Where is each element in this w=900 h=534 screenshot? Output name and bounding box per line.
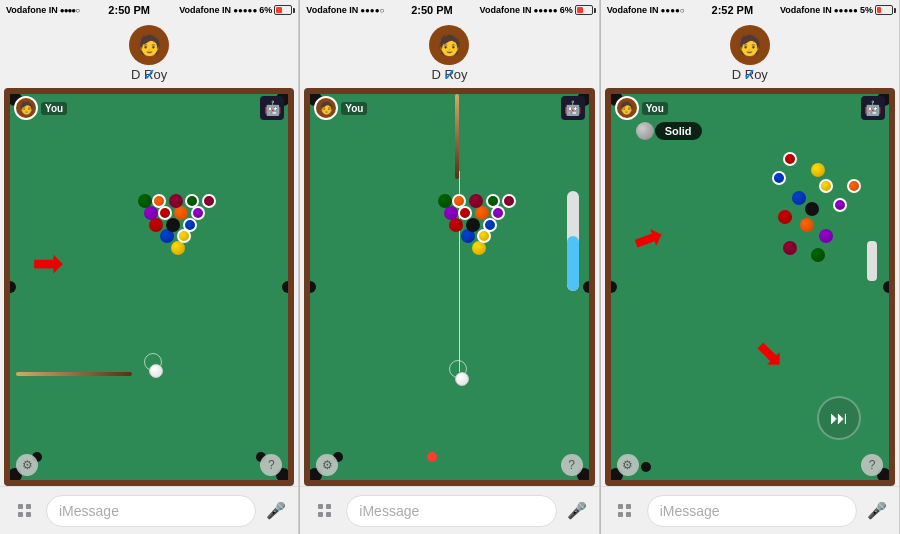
status-center-3: 2:52 PM xyxy=(712,4,754,16)
avatar-3[interactable]: 🧑 xyxy=(730,25,770,65)
mic-btn-2[interactable]: 🎤 xyxy=(563,497,591,525)
ball-9-s3 xyxy=(819,179,833,193)
signal2-1: ●●●●● xyxy=(233,6,257,15)
game-area-3[interactable]: 🧑 You 🤖 Solid xyxy=(605,88,895,486)
status-left-2: Vodafone IN ●●●●○ xyxy=(306,5,384,15)
apps-dot-10 xyxy=(626,504,631,509)
cue-stick-v-2 xyxy=(455,94,459,179)
ball-5-s3 xyxy=(800,218,814,232)
question-btn-2[interactable]: ? xyxy=(561,454,583,476)
mic-btn-1[interactable]: 🎤 xyxy=(262,497,290,525)
ball-1-s3 xyxy=(811,163,825,177)
apps-grid-3 xyxy=(618,504,631,517)
pool-table-3: 🧑 You 🤖 Solid xyxy=(611,94,889,480)
battery-icon-2 xyxy=(575,5,593,15)
ball-11-s2 xyxy=(458,206,472,220)
player-you-1: 🧑 You xyxy=(14,96,67,120)
game-area-1[interactable]: 🧑 You 🤖 xyxy=(4,88,294,486)
time-3: 2:52 PM xyxy=(712,4,754,16)
right-indicator-3 xyxy=(867,241,877,281)
battery-3: 5% xyxy=(860,5,873,15)
player-avatar-you-2: 🧑 xyxy=(314,96,338,120)
message-input-3[interactable]: iMessage xyxy=(647,495,857,527)
game-controls-3: ⚙ ? xyxy=(611,454,889,476)
status-bar-3: Vodafone IN ●●●●○ 2:52 PM Vodafone IN ●●… xyxy=(601,0,899,20)
apps-dot-6 xyxy=(326,504,331,509)
apps-btn-1[interactable] xyxy=(8,495,40,527)
apps-dot-9 xyxy=(618,504,623,509)
chevron-1[interactable]: ✓ xyxy=(143,65,156,84)
ball-3-s3 xyxy=(778,210,792,224)
ball-14-s2 xyxy=(486,194,500,208)
power-fill-2 xyxy=(567,236,579,291)
carrier-1: Vodafone IN xyxy=(6,5,58,15)
screen-3: Vodafone IN ●●●●○ 2:52 PM Vodafone IN ●●… xyxy=(601,0,900,534)
time-2: 2:50 PM xyxy=(411,4,453,16)
carrier-3: Vodafone IN xyxy=(607,5,659,15)
apps-btn-2[interactable] xyxy=(308,495,340,527)
apps-dot-3 xyxy=(18,512,23,517)
game-area-2[interactable]: 🧑 You 🤖 xyxy=(304,88,594,486)
status-right-1: Vodafone IN ●●●●● 6% xyxy=(179,5,292,15)
avatar-1[interactable]: 🧑 xyxy=(129,25,169,65)
bottom-bar-2: iMessage 🎤 xyxy=(300,486,598,534)
imessage-placeholder-1: iMessage xyxy=(59,503,119,519)
red-arrow-3b: ➡ xyxy=(745,329,796,380)
battery-icon-3 xyxy=(875,5,893,15)
bottom-bar-3: iMessage 🎤 xyxy=(601,486,899,534)
apps-grid-2 xyxy=(318,504,331,517)
power-bar-2 xyxy=(567,191,579,291)
imessage-placeholder-3: iMessage xyxy=(660,503,720,519)
status-bar-1: Vodafone IN ●●●●○ 2:50 PM Vodafone IN ●●… xyxy=(0,0,298,20)
pocket-ml-2 xyxy=(304,281,316,293)
message-input-1[interactable]: iMessage xyxy=(46,495,256,527)
bottom-bar-1: iMessage 🎤 xyxy=(0,486,298,534)
gear-btn-3[interactable]: ⚙ xyxy=(617,454,639,476)
question-btn-3[interactable]: ? xyxy=(861,454,883,476)
message-input-2[interactable]: iMessage xyxy=(346,495,556,527)
red-arrow-1: ➡ xyxy=(32,241,64,285)
signal2-3: ●●●●● xyxy=(834,6,858,15)
imessage-placeholder-2: iMessage xyxy=(359,503,419,519)
play-pause-icon-3: ⏭ xyxy=(830,408,848,429)
screen-1: Vodafone IN ●●●●○ 2:50 PM Vodafone IN ●●… xyxy=(0,0,299,534)
apps-dot-4 xyxy=(26,512,31,517)
time-1: 2:50 PM xyxy=(108,4,150,16)
apps-grid-1 xyxy=(18,504,31,517)
ball-4-s3 xyxy=(819,229,833,243)
chevron-2[interactable]: ✓ xyxy=(443,65,456,84)
ball-10-s1 xyxy=(183,218,197,232)
game-controls-1: ⚙ ? xyxy=(10,454,288,476)
player-you-3: 🧑 You xyxy=(615,96,668,120)
apps-dot-5 xyxy=(318,504,323,509)
ball-2-s3 xyxy=(792,191,806,205)
carrier2-1: Vodafone IN xyxy=(179,5,231,15)
gear-btn-2[interactable]: ⚙ xyxy=(316,454,338,476)
solid-badge-3: Solid xyxy=(655,122,702,140)
apps-dot-11 xyxy=(618,512,623,517)
player-robot-2: 🤖 xyxy=(561,96,585,120)
gear-btn-1[interactable]: ⚙ xyxy=(16,454,38,476)
you-label-1: You xyxy=(41,102,67,115)
chevron-3[interactable]: ✓ xyxy=(743,65,756,84)
signal-2: ●●●●○ xyxy=(360,6,384,15)
apps-dot-2 xyxy=(26,504,31,509)
avatar-2[interactable]: 🧑 xyxy=(429,25,469,65)
question-btn-1[interactable]: ? xyxy=(260,454,282,476)
ball-15-s1 xyxy=(202,194,216,208)
carrier2-2: Vodafone IN xyxy=(480,5,532,15)
pocket-mr-3 xyxy=(883,281,895,293)
you-label-2: You xyxy=(341,102,367,115)
ball-4-s1 xyxy=(144,206,158,220)
player-you-2: 🧑 You xyxy=(314,96,367,120)
play-pause-btn-3[interactable]: ⏭ xyxy=(817,396,861,440)
mic-btn-3[interactable]: 🎤 xyxy=(863,497,891,525)
apps-dot-7 xyxy=(318,512,323,517)
status-center-1: 2:50 PM xyxy=(108,4,150,16)
ball-7-s3 xyxy=(783,241,797,255)
ball-11-s1 xyxy=(158,206,172,220)
ball-12-s3 xyxy=(833,198,847,212)
apps-btn-3[interactable] xyxy=(609,495,641,527)
status-bar-2: Vodafone IN ●●●●○ 2:50 PM Vodafone IN ●●… xyxy=(300,0,598,20)
pocket-mr-1 xyxy=(282,281,294,293)
